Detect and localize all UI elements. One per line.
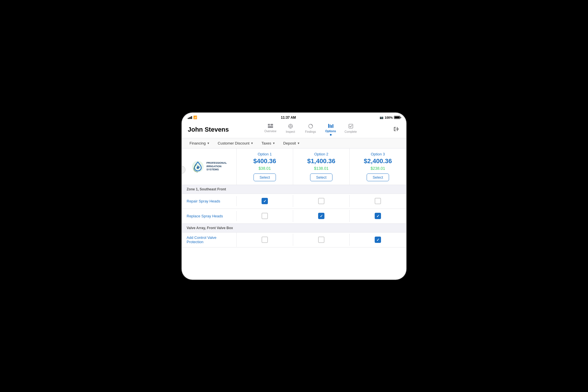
tab-inspect[interactable]: Inspect: [283, 124, 298, 133]
item-check-repair-1[interactable]: [237, 195, 293, 207]
item-label-replace-spray-heads: Replace Spray Heads: [182, 211, 237, 221]
discount-chevron-icon: ▼: [251, 142, 254, 145]
checkbox-valve-opt3[interactable]: [375, 237, 381, 243]
findings-icon: [308, 124, 313, 130]
tab-options[interactable]: Options: [324, 124, 338, 136]
item-check-replace-1[interactable]: [237, 210, 293, 222]
checkbox-replace-opt1[interactable]: [262, 213, 268, 219]
item-check-valve-1[interactable]: [237, 234, 293, 246]
checkbox-repair-opt3[interactable]: [375, 198, 381, 204]
svg-point-3: [289, 124, 293, 128]
status-time: 11:37 AM: [281, 116, 296, 120]
overview-icon: [268, 124, 273, 129]
item-check-replace-3[interactable]: [350, 210, 406, 222]
option-1-select-button[interactable]: Select: [254, 173, 276, 181]
options-icon: [328, 124, 333, 129]
checkbox-valve-opt2[interactable]: [318, 237, 324, 243]
item-label-control-valve: Add Control Valve Protection: [182, 233, 237, 247]
company-name: PROFESSIONAL IRRIGATION SYSTEMS: [206, 161, 227, 171]
deposit-button[interactable]: Deposit ▼: [281, 140, 303, 147]
nav-tabs: Overview Inspect: [263, 124, 358, 136]
battery-percent: 100%: [385, 116, 393, 119]
svg-rect-2: [268, 126, 273, 128]
logo-container: PROFESSIONAL IRRIGATION SYSTEMS: [192, 160, 227, 173]
option-2-title: Option 2: [314, 152, 328, 156]
checkbox-repair-opt1[interactable]: [262, 198, 268, 204]
signal-bars-icon: [188, 116, 192, 119]
tab-complete-label: Complete: [345, 130, 357, 133]
logout-button[interactable]: [392, 125, 400, 134]
taxes-label: Taxes: [262, 141, 271, 145]
app-content: John Stevens Overview: [182, 121, 406, 279]
item-row-replace-spray-heads: Replace Spray Heads: [182, 209, 406, 224]
complete-icon: [349, 124, 353, 130]
option-3-title: Option 3: [371, 152, 385, 156]
option-3-price: $2,400.36: [364, 157, 392, 165]
tab-findings[interactable]: Findings: [303, 124, 318, 133]
option-1-sub-price: $38.01: [259, 166, 271, 171]
option-3-col: Option 3 $2,400.36 $238.01 Select: [350, 149, 406, 185]
customer-discount-button[interactable]: Customer Discount ▼: [215, 140, 256, 147]
bluetooth-icon: 📷: [380, 116, 384, 119]
svg-point-9: [309, 124, 313, 128]
logo-cell: PROFESSIONAL IRRIGATION SYSTEMS: [182, 149, 237, 185]
option-3-select-button[interactable]: Select: [367, 173, 389, 181]
item-label-repair-spray-heads: Repair Spray Heads: [182, 196, 237, 206]
svg-rect-14: [349, 124, 353, 128]
status-right: 📷 100%: [380, 116, 400, 119]
tab-complete[interactable]: Complete: [344, 124, 358, 133]
options-header-row: PROFESSIONAL IRRIGATION SYSTEMS Option 1…: [182, 149, 406, 185]
item-check-valve-2[interactable]: [293, 234, 350, 246]
option-2-sub-price: $138.01: [314, 166, 329, 171]
item-check-repair-2[interactable]: [293, 195, 350, 207]
page-title: John Stevens: [188, 126, 229, 133]
option-2-price: $1,400.36: [307, 157, 335, 165]
deposit-chevron-icon: ▼: [297, 142, 300, 145]
checkbox-repair-opt2[interactable]: [318, 198, 324, 204]
item-check-replace-2[interactable]: [293, 210, 350, 222]
checkbox-replace-opt2[interactable]: [318, 213, 324, 219]
wifi-icon: 📶: [193, 116, 197, 119]
svg-rect-0: [268, 124, 270, 126]
active-tab-indicator: [330, 134, 332, 136]
option-2-select-button[interactable]: Select: [310, 173, 332, 181]
section-2-header: Valve Array, Front Valve Box: [182, 224, 406, 233]
svg-rect-10: [328, 124, 329, 128]
item-row-control-valve: Add Control Valve Protection: [182, 233, 406, 247]
ipad-frame: 📶 11:37 AM 📷 100% John Stevens: [182, 113, 406, 279]
checkbox-replace-opt3[interactable]: [375, 213, 381, 219]
svg-point-4: [290, 125, 291, 127]
svg-rect-13: [332, 124, 333, 128]
taxes-chevron-icon: ▼: [272, 142, 275, 145]
financing-button[interactable]: Financing ▼: [187, 140, 212, 147]
header-right: [392, 125, 400, 134]
option-1-price: $400.36: [253, 157, 276, 165]
battery-fill: [394, 116, 400, 118]
inspect-icon: [288, 124, 293, 130]
battery-icon: [394, 116, 400, 119]
svg-rect-12: [331, 125, 332, 128]
status-left: 📶: [188, 116, 197, 119]
main-content: PROFESSIONAL IRRIGATION SYSTEMS Option 1…: [182, 149, 406, 279]
checkbox-valve-opt1[interactable]: [262, 237, 268, 243]
tab-options-label: Options: [325, 130, 336, 133]
financing-label: Financing: [189, 141, 206, 145]
svg-rect-11: [330, 124, 330, 128]
svg-rect-1: [270, 124, 273, 126]
option-1-col: Option 1 $400.36 $38.01 Select: [237, 149, 293, 185]
taxes-button[interactable]: Taxes ▼: [259, 140, 278, 147]
company-logo-icon: [192, 160, 204, 173]
item-check-valve-3[interactable]: [350, 234, 406, 246]
option-3-sub-price: $238.01: [371, 166, 385, 171]
financing-chevron-icon: ▼: [207, 142, 210, 145]
option-1-title: Option 1: [258, 152, 272, 156]
option-2-col: Option 2 $1,400.36 $138.01 Select: [293, 149, 350, 185]
tab-overview-label: Overview: [264, 130, 276, 133]
deposit-label: Deposit: [283, 141, 296, 145]
customer-discount-label: Customer Discount: [218, 141, 249, 145]
tab-overview[interactable]: Overview: [263, 124, 278, 133]
toolbar: Financing ▼ Customer Discount ▼ Taxes ▼ …: [182, 138, 406, 149]
section-1-header: Zone 1, Southeast Front: [182, 185, 406, 194]
tab-inspect-label: Inspect: [286, 130, 295, 133]
item-check-repair-3[interactable]: [350, 195, 406, 207]
